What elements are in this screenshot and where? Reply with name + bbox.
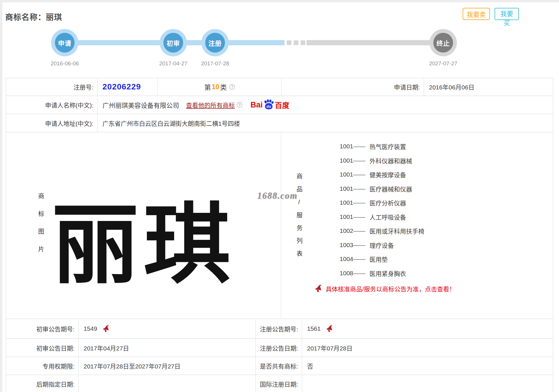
trademark-image-cell: 商标图片 丽琪 [6, 132, 281, 319]
table-row: 后期指定日期: 国际注册日期: [6, 375, 553, 392]
question-icon[interactable]: ? [229, 84, 235, 90]
stage-date: 2017-04-27 [150, 60, 196, 67]
shared-trademark-label: 是否共有商标: [256, 357, 302, 375]
applicant-name-cell: 广州丽琪美容设备有限公司 查看他的所有商标 ? Bai du [98, 96, 553, 114]
reg-no-label: 注册号: [6, 78, 98, 96]
stage-circle: 初审 [160, 29, 187, 56]
reg-gazette-no-value: 1561 [307, 325, 321, 332]
reg-gazette-date-label: 注册公告日期: [256, 339, 302, 357]
goods-item: 1001——医疗器械和仪器 [336, 182, 553, 196]
timeline-stage-first-review: 初审 2017-04-27 [160, 29, 187, 56]
table-row: 申请人地址(中文): 广东省广州市白云区白云湖街大朗南街二横1号四楼 [6, 114, 553, 132]
stage-circle: 注册 [201, 29, 229, 56]
stage-label: 初审 [163, 33, 183, 53]
approval-notice[interactable]: 具体核准商品/服务以商标公告为准，点击查看！ [315, 284, 553, 293]
goods-item: 1001——医疗分析仪器 [336, 196, 553, 210]
status-timeline: 申请 2016-06-06 初审 2017-04-27 注册 2017-07-2… [0, 0, 559, 73]
reg-no-cell: 20206229 [98, 78, 158, 96]
baidu-du-text: du [266, 104, 271, 109]
goods-item: 1003——理疗设备 [336, 238, 553, 252]
table-row: 申请人名称(中文): 广州丽琪美容设备有限公司 查看他的所有商标 ? Bai [6, 96, 553, 114]
exclusive-period-label: 专用权期限: [6, 357, 79, 375]
megaphone-icon[interactable] [102, 325, 111, 333]
stage-date: 2017-07-28 [192, 60, 238, 67]
reg-gazette-no-label: 注册公告期号: [256, 319, 302, 338]
view-all-trademarks-link[interactable]: 查看他的所有商标 [186, 100, 235, 109]
apply-date-value: 2016年06月06日 [424, 78, 553, 96]
trademark-image: 丽琪 [52, 202, 235, 289]
applicant-name-label: 申请人名称(中文): [6, 96, 98, 114]
megaphone-icon[interactable] [326, 325, 334, 333]
stage-date: 2016-06-06 [42, 60, 88, 67]
goods-services-cell: 商品/服务列表 1001——热气医疗装置 1001——外科仪器和器械 1001—… [281, 132, 553, 319]
first-gazette-no-value: 1549 [84, 325, 97, 332]
info-table: 注册号: 20206229 第10类 ? 申请日期: 2016年06月06日 申… [6, 78, 553, 392]
timeline-dash [287, 40, 291, 45]
baidu-cn-text: 百度 [275, 100, 289, 110]
table-row: 初审公告日期: 2017年04月27日 注册公告日期: 2017年07月28日 [6, 339, 553, 357]
timeline-dash [301, 40, 305, 45]
intl-reg-date-value [302, 375, 553, 392]
goods-item: 1002——医用或牙科用扶手椅 [336, 224, 553, 238]
goods-services-side-label: 商品/服务列表 [295, 173, 303, 263]
stage-date: 2027-07-27 [420, 60, 466, 67]
goods-item: 1001——人工呼吸设备 [336, 210, 553, 224]
reg-gazette-no-cell: 1561 [302, 319, 553, 338]
goods-item: 1001——健美按摩设备 [336, 168, 553, 182]
stage-label: 申请 [55, 33, 75, 53]
megaphone-icon [315, 284, 323, 293]
table-row: 注册号: 20206229 第10类 ? 申请日期: 2016年06月06日 [6, 78, 553, 96]
approval-notice-text: 具体核准商品/服务以商标公告为准，点击查看！ [326, 284, 455, 293]
later-designation-date-label: 后期指定日期: [6, 375, 79, 392]
reg-gazette-date-value: 2017年07月28日 [302, 339, 553, 357]
later-designation-date-value [79, 375, 256, 392]
timeline-stage-terminated: 终止 2027-07-27 [430, 29, 457, 56]
trademark-image-text: 丽琪 [52, 202, 235, 289]
question-icon[interactable]: ? [237, 102, 242, 108]
baidu-logo[interactable]: Bai du 百度 [250, 99, 289, 111]
baidu-bai-text: Bai [250, 100, 263, 109]
applicant-name-value: 广州丽琪美容设备有限公司 [102, 100, 179, 109]
goods-item: 1008——医用紧身胸衣 [336, 266, 553, 280]
timeline-connector-inactive [306, 40, 443, 45]
trademark-detail-page: 商标名称：丽琪 我要卖 我要买 申请 2016-06-06 初审 2017-04… [0, 0, 559, 392]
timeline-stage-apply: 申请 2016-06-06 [51, 29, 78, 56]
class-prefix: 第 [204, 82, 211, 92]
class-number: 10 [212, 83, 219, 91]
stage-circle: 终止 [430, 29, 457, 56]
baidu-paw-icon: du [263, 99, 275, 111]
apply-date-label: 申请日期: [282, 78, 424, 96]
goods-item: 1001——外科仪器和器械 [336, 154, 553, 168]
first-gazette-no-cell: 1549 [79, 319, 256, 338]
class-cell: 第10类 ? [158, 78, 282, 96]
stage-circle: 申请 [51, 29, 78, 56]
first-gazette-date-value: 2017年04月27日 [79, 339, 256, 357]
applicant-addr-label: 申请人地址(中文): [6, 114, 98, 132]
class-suffix: 类 [220, 82, 227, 92]
first-gazette-date-label: 初审公告日期: [6, 339, 79, 357]
applicant-addr-value: 广东省广州市白云区白云湖街大朗南街二横1号四楼 [98, 114, 553, 132]
trademark-image-side-label: 商标图片 [36, 193, 45, 264]
goods-item: 1001——热气医疗装置 [336, 139, 553, 154]
stage-label: 注册 [205, 33, 225, 53]
stage-label: 终止 [433, 33, 453, 53]
first-gazette-no-label: 初审公告期号: [6, 319, 79, 338]
table-row: 初审公告期号: 1549 注册公告期号: 1561 [6, 319, 553, 339]
shared-trademark-value: 否 [302, 357, 553, 375]
trademark-row: 商标图片 丽琪 商品/服务列表 1001——热气医疗装置 1001——外科仪器和… [6, 132, 553, 319]
timeline-dash [294, 40, 298, 45]
reg-no-value: 20206229 [102, 82, 141, 91]
intl-reg-date-label: 国际注册日期: [256, 375, 302, 392]
exclusive-period-value: 2017年07月28日至2027年07月27日 [79, 357, 256, 375]
watermark-1688: 1688.com [257, 190, 297, 201]
goods-list: 1001——热气医疗装置 1001——外科仪器和器械 1001——健美按摩设备 … [336, 132, 553, 280]
goods-item: 1004——医用垫 [336, 252, 553, 266]
timeline-stage-registered: 注册 2017-07-28 [201, 29, 229, 56]
table-row: 专用权期限: 2017年07月28日至2027年07月27日 是否共有商标: 否 [6, 357, 553, 375]
